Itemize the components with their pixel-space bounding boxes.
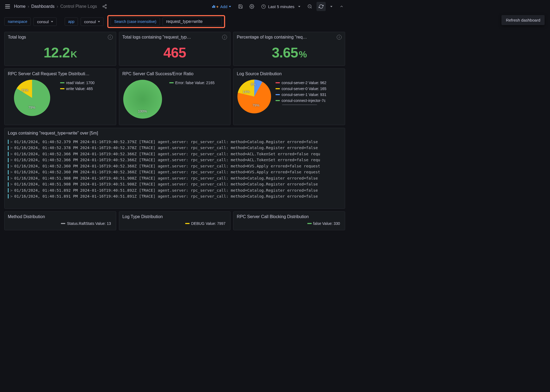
expand-caret-icon[interactable]: > (10, 157, 13, 163)
panel-method-dist[interactable]: Method Distribution Status.RaftStats Val… (4, 211, 116, 230)
panel-log-source[interactable]: Log Source Distribution 79% 14% 8% consu… (233, 68, 345, 125)
info-icon[interactable]: i (108, 35, 113, 40)
app-label[interactable]: app (65, 18, 78, 26)
stat-value: 465 (122, 40, 227, 63)
app-value: consul (84, 19, 96, 24)
gear-icon[interactable] (247, 2, 256, 11)
save-icon[interactable] (236, 2, 245, 11)
legend-item[interactable]: read Value: 1700 (60, 81, 113, 85)
log-row[interactable]: >01/16/2024, 01:40:52.366 PM 2024-01-16T… (8, 157, 342, 163)
legend-swatch (307, 223, 312, 224)
expand-caret-icon[interactable]: > (10, 151, 13, 157)
legend-scrollbar[interactable] (282, 104, 317, 105)
time-picker[interactable]: Last 5 minutes (259, 3, 303, 11)
panel-title: Method Distribution (8, 214, 105, 219)
expand-caret-icon[interactable]: > (10, 187, 13, 193)
search-label[interactable]: Search (case insensitive) (111, 18, 160, 26)
panel-percent-match[interactable]: Percentage of logs containing "req… i 3.… (233, 32, 345, 66)
legend-label: Status.RaftStats Value: 13 (67, 221, 111, 226)
legend-item[interactable]: DEBUG Value: 7997 (122, 221, 227, 226)
panel-logs[interactable]: Logs containing "request_type=write" ove… (4, 128, 345, 209)
legend-label: read Value: 1700 (66, 81, 95, 85)
legend-item[interactable]: consul-server-1 Value: 931 (276, 92, 342, 97)
panel-total-logs[interactable]: Total logs i 12.2K (4, 32, 116, 66)
panel-total-match[interactable]: Total logs containing "request_typ… i 46… (119, 32, 231, 66)
panel-title: Total logs containing "request_typ… (122, 35, 219, 40)
log-row[interactable]: >01/16/2024, 01:40:52.360 PM 2024-01-16T… (8, 163, 342, 169)
namespace-label[interactable]: namespace (4, 18, 31, 26)
refresh-interval-dropdown[interactable] (328, 2, 335, 11)
expand-caret-icon[interactable]: > (10, 145, 13, 151)
panel-title: RPC Server Call Request Type Distributi… (8, 71, 105, 76)
search-highlight-box: Search (case insensitive) (107, 15, 225, 28)
log-text: 01/16/2024, 01:40:52.366 PM 2024-01-16T1… (14, 151, 320, 157)
log-row[interactable]: >01/16/2024, 01:40:51.891 PM 2024-01-16T… (8, 193, 342, 199)
namespace-value: consul (37, 19, 49, 24)
panel-title: Log Type Distribution (122, 214, 219, 219)
logs-body[interactable]: >01/16/2024, 01:40:52.379 PM 2024-01-16T… (8, 136, 342, 206)
pie-chart (122, 79, 163, 119)
legend-label: consul-server-2 Value: 962 (281, 81, 326, 85)
app-select[interactable]: consul (81, 18, 104, 26)
legend-label: consul-server-1 Value: 931 (281, 92, 326, 97)
log-row[interactable]: >01/16/2024, 01:40:51.908 PM 2024-01-16T… (8, 181, 342, 187)
log-row[interactable]: >01/16/2024, 01:40:52.378 PM 2024-01-16T… (8, 145, 342, 151)
breadcrumb-home[interactable]: Home (14, 4, 26, 9)
svg-point-0 (105, 5, 106, 6)
refresh-icon[interactable] (317, 2, 326, 11)
pie-slice-label: 79% (252, 103, 259, 107)
panel-rpc-type[interactable]: RPC Server Call Request Type Distributi…… (4, 68, 116, 125)
legend-item[interactable]: consul-server-0 Value: 165 (276, 87, 342, 91)
expand-caret-icon[interactable]: > (10, 169, 13, 175)
menu-icon[interactable] (3, 2, 12, 11)
breadcrumb-current[interactable]: Control Plane Logs (60, 4, 97, 9)
info-icon[interactable]: i (337, 35, 342, 40)
panel-title: Log Source Distribution (237, 71, 334, 76)
log-text: 01/16/2024, 01:40:52.360 PM 2024-01-16T1… (14, 163, 320, 169)
panel-title: Percentage of logs containing "req… (237, 35, 334, 40)
plus-icon: + (216, 4, 219, 9)
panel-logtype-dist[interactable]: Log Type Distribution DEBUG Value: 7997 (119, 211, 231, 230)
log-text: 01/16/2024, 01:40:52.360 PM 2024-01-16T1… (14, 169, 320, 175)
log-row[interactable]: >01/16/2024, 01:40:52.360 PM 2024-01-16T… (8, 169, 342, 175)
log-row[interactable]: >01/16/2024, 01:40:51.892 PM 2024-01-16T… (8, 187, 342, 193)
legend-item[interactable]: consul-server-2 Value: 962 (276, 81, 342, 85)
namespace-select[interactable]: consul (33, 18, 56, 26)
legend-label: consul-server-0 Value: 165 (281, 87, 326, 91)
expand-caret-icon[interactable]: > (10, 193, 13, 199)
zoom-out-icon[interactable] (305, 2, 314, 11)
log-text: 01/16/2024, 01:40:51.908 PM 2024-01-16T1… (14, 181, 318, 187)
expand-caret-icon[interactable]: > (10, 175, 13, 181)
breadcrumb-dashboards[interactable]: Dashboards (31, 4, 54, 9)
log-row[interactable]: >01/16/2024, 01:40:52.379 PM 2024-01-16T… (8, 139, 342, 145)
pie-slice-label: 100% (138, 109, 147, 113)
panel-title: RPC Server Call Blocking Distribution (237, 214, 334, 219)
svg-point-1 (103, 6, 104, 7)
panel-title: Total logs (8, 35, 105, 40)
legend-swatch (61, 223, 65, 224)
panel-blocking-dist[interactable]: RPC Server Call Blocking Distribution fa… (233, 211, 345, 230)
log-row[interactable]: >01/16/2024, 01:40:52.366 PM 2024-01-16T… (8, 151, 342, 157)
legend-item[interactable]: false Value: 330 (237, 221, 342, 226)
legend-item[interactable]: consul-connect-injector-7c (276, 98, 342, 103)
search-input[interactable] (163, 17, 222, 26)
share-icon[interactable] (101, 3, 108, 10)
expand-caret-icon[interactable]: > (10, 181, 13, 187)
legend-item[interactable]: write Value: 465 (60, 87, 113, 91)
info-icon[interactable]: i (222, 35, 227, 40)
legend-label: write Value: 465 (66, 87, 93, 91)
panel-rpc-success[interactable]: RPC Server Call Success/Error Ratio 100%… (119, 68, 231, 125)
expand-caret-icon[interactable]: > (10, 163, 13, 169)
legend-swatch (60, 88, 64, 89)
legend-item[interactable]: Error: false Value: 2165 (169, 81, 227, 85)
expand-caret-icon[interactable]: > (10, 139, 13, 145)
chevron-down-icon (98, 21, 100, 22)
add-button[interactable]: + Add (209, 3, 234, 11)
panel-legend: false Value: 330 (237, 219, 342, 226)
legend-item[interactable]: Status.RaftStats Value: 13 (8, 221, 113, 226)
collapse-icon[interactable] (337, 2, 346, 11)
log-row[interactable]: >01/16/2024, 01:40:51.908 PM 2024-01-16T… (8, 175, 342, 181)
legend-swatch (276, 82, 280, 83)
svg-point-3 (251, 6, 253, 7)
panel-legend: DEBUG Value: 7997 (122, 219, 227, 226)
